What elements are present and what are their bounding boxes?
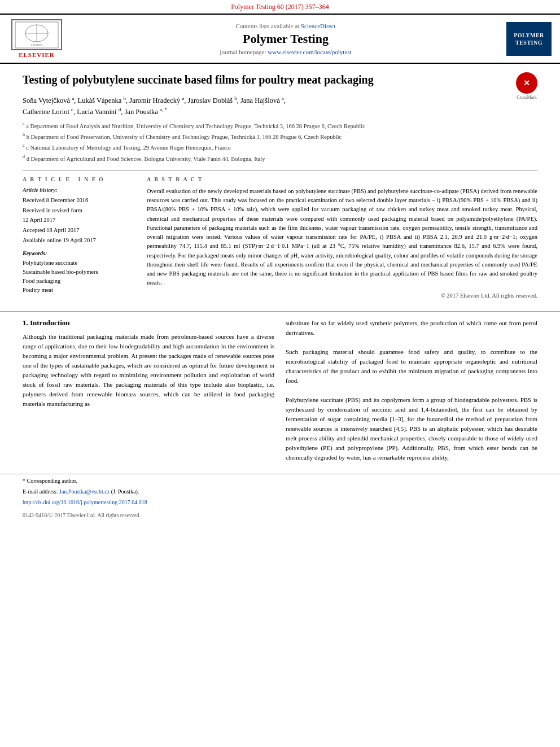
history-label: Article history: xyxy=(23,187,135,193)
author-hajslova: Jana Hajšlová xyxy=(240,97,280,104)
elsevier-wordmark: ELSEVIER xyxy=(19,51,55,58)
keyword-1: Polybutylene succinate xyxy=(23,259,135,268)
journal-header: science ELSEVIER Contents lists availabl… xyxy=(0,14,560,64)
journal-homepage-link[interactable]: www.elsevier.com/locate/polytest xyxy=(268,49,351,55)
keywords-label: Keywords: xyxy=(23,250,135,256)
author-hradecky: Jaromír Hradecký xyxy=(129,97,180,104)
received-revised-label: Received in revised form xyxy=(23,207,135,215)
contents-available-line: Contents lists available at ScienceDirec… xyxy=(73,23,498,29)
issn-copyright: 0142-9418/© 2017 Elsevier Ltd. All right… xyxy=(23,512,141,518)
copyright: © 2017 Elsevier Ltd. All rights reserved… xyxy=(147,292,537,299)
elsevier-logo-area: science ELSEVIER xyxy=(6,19,68,58)
corresponding-author-note: * Corresponding author. xyxy=(23,477,537,485)
doi-line: http://dx.doi.org/10.1016/j.polymertesti… xyxy=(23,498,537,506)
crossmark-icon: ✕ xyxy=(516,72,537,94)
intro-col1-text: Although the traditional packaging mater… xyxy=(23,332,274,409)
keywords-section: Keywords: Polybutylene succinate Sustain… xyxy=(23,250,135,294)
journal-title: Polymer Testing xyxy=(73,32,498,46)
abstract-text: Overall evaluation of the newly develope… xyxy=(147,187,537,288)
received-date: Received 8 December 2016 xyxy=(23,196,135,205)
affiliations: a a Department of Food Analysis and Nutr… xyxy=(23,121,537,163)
section-divider xyxy=(0,311,560,312)
crossmark-label: CrossMark xyxy=(516,95,537,100)
body-section: 1. Introduction Although the traditional… xyxy=(0,318,560,469)
info-abstract-section: A R T I C L E I N F O Article history: R… xyxy=(23,170,537,299)
intro-col2-text: substitute for so far widely used synthe… xyxy=(286,318,537,463)
article-title: Testing of polybutylene succinate based … xyxy=(23,72,537,87)
svg-text:science: science xyxy=(31,42,43,47)
revised-date: 12 April 2017 xyxy=(23,216,135,225)
keyword-4: Poultry meat xyxy=(23,286,135,295)
affiliation-d: d d Department of Agricultural and Food … xyxy=(23,154,537,163)
article-main: ✕ CrossMark Testing of polybutylene succ… xyxy=(0,64,560,304)
journal-info-center: Contents lists available at ScienceDirec… xyxy=(73,23,498,55)
affiliation-a: a a Department of Food Analysis and Nutr… xyxy=(23,121,537,130)
keyword-3: Food packaging xyxy=(23,277,135,286)
accepted-date: Accepted 18 April 2017 xyxy=(23,226,135,235)
intro-section-title: 1. Introduction xyxy=(23,318,274,327)
polymer-logo-text1: POLYMER xyxy=(514,32,544,39)
email-link[interactable]: Jan.Poustka@vscht.cz xyxy=(59,488,110,495)
elsevier-logo-image: science xyxy=(11,19,62,50)
polymer-logo-box: POLYMER TESTING xyxy=(506,22,552,56)
author-vytejckova: Soňa Vytejčková xyxy=(23,97,70,104)
doi-link[interactable]: http://dx.doi.org/10.1016/j.polymertesti… xyxy=(23,499,147,505)
author-loriot: Catherine Loriot xyxy=(23,108,69,116)
footnote-area: * Corresponding author. E-mail address: … xyxy=(0,474,560,506)
journal-citation: Polymer Testing 60 (2017) 357–364 xyxy=(231,3,329,11)
journal-homepage-line: journal homepage: www.elsevier.com/locat… xyxy=(73,49,498,55)
author-poustka: Jan Poustka xyxy=(124,108,158,116)
sciencedirect-link[interactable]: ScienceDirect xyxy=(301,23,336,29)
author-vannini: Lucia Vannini xyxy=(77,108,116,116)
abstract-header: A B S T R A C T xyxy=(147,176,537,182)
affiliation-c: c c National Laboratory of Metrology and… xyxy=(23,142,537,152)
authors-line: Soňa Vytejčková a, Lukáš Vápenka b, Jaro… xyxy=(23,95,537,117)
polymer-testing-logo: POLYMER TESTING xyxy=(504,22,554,56)
email-note: E-mail address: Jan.Poustka@vscht.cz (J.… xyxy=(23,487,537,496)
article-info-col: A R T I C L E I N F O Article history: R… xyxy=(23,176,135,299)
author-dobias: Jaroslav Dobiáš xyxy=(188,97,233,104)
author-vapenka: Lukáš Vápenka xyxy=(78,97,122,104)
article-info-header: A R T I C L E I N F O xyxy=(23,176,135,182)
polymer-logo-text2: TESTING xyxy=(515,39,542,46)
abstract-col: A B S T R A C T Overall evaluation of th… xyxy=(147,176,537,299)
journal-citation-bar: Polymer Testing 60 (2017) 357–364 xyxy=(0,0,560,14)
available-online: Available online 19 April 2017 xyxy=(23,237,135,245)
crossmark-badge[interactable]: ✕ CrossMark xyxy=(516,72,537,100)
body-col-right: substitute for so far widely used synthe… xyxy=(286,318,537,469)
body-col-left: 1. Introduction Although the traditional… xyxy=(23,318,274,469)
keyword-2: Sustainable based bio-polymers xyxy=(23,268,135,277)
affiliation-b: b b Department of Food Preservation, Uni… xyxy=(23,132,537,141)
bottom-bar: 0142-9418/© 2017 Elsevier Ltd. All right… xyxy=(0,510,560,521)
